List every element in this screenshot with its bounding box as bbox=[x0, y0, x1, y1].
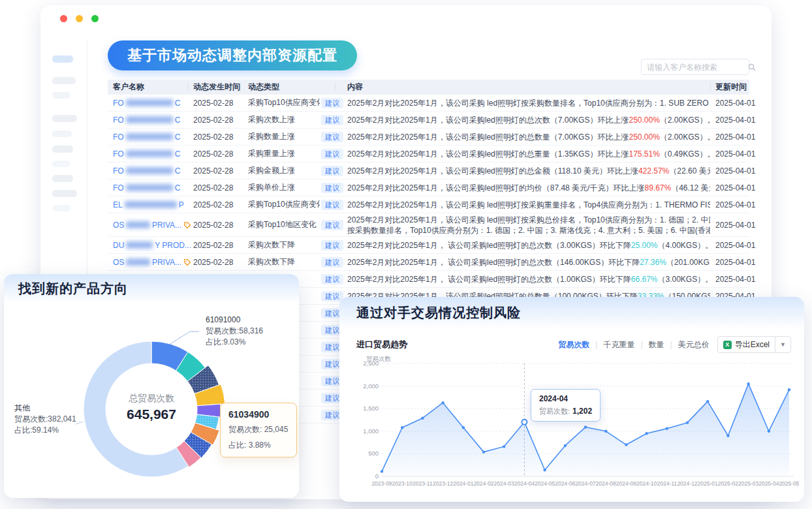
svg-text:2024-11: 2024-11 bbox=[657, 480, 678, 487]
table-row: DUY PROD...2025-02-28采购次数下降建议2025年2月对比20… bbox=[108, 237, 749, 254]
export-label: 导出Excel bbox=[735, 339, 770, 350]
metric-tab-usd-total[interactable]: 美元总价 bbox=[678, 339, 710, 350]
customer-search-box[interactable] bbox=[641, 59, 749, 75]
customer-name-link[interactable]: FOC bbox=[113, 179, 191, 196]
table-row: FOC2025-02-28采购数量上涨建议2025年2月对比2025年1月，该公… bbox=[108, 129, 749, 146]
dynamic-date: 2025-02-28 bbox=[193, 162, 245, 179]
customer-name-link[interactable]: OSPRIVA... bbox=[113, 254, 191, 270]
risk-panel-header: 通过对手交易情况控制风险 bbox=[339, 297, 804, 328]
column-header: 客户名称 bbox=[113, 80, 144, 95]
dynamic-content: 2025年2月对比2025年1月，该公司采购led照明灯的总次数（7.00KGS… bbox=[347, 112, 710, 128]
svg-text:2025-01: 2025-01 bbox=[698, 480, 718, 487]
export-excel-button[interactable]: X 导出Excel bbox=[718, 339, 775, 350]
svg-text:2,500: 2,500 bbox=[363, 360, 379, 367]
dynamic-type: 采购数量上涨 bbox=[248, 129, 320, 145]
donut-tooltip: 61034900 贸易次数: 25,045 占比: 3.88% bbox=[220, 403, 297, 457]
svg-text:500: 500 bbox=[368, 450, 379, 457]
sidebar-item-skeleton bbox=[52, 115, 77, 122]
suggestion-badge[interactable]: 建议 bbox=[321, 132, 343, 142]
svg-text:1,500: 1,500 bbox=[363, 405, 379, 412]
updated-time: 2025-04-01 bbox=[715, 129, 761, 145]
metric-tab-kg-weight[interactable]: 千克重量 bbox=[603, 339, 634, 350]
sidebar-item-skeleton bbox=[52, 190, 77, 197]
metric-separator: | bbox=[595, 340, 597, 349]
updated-time: 2025-04-01 bbox=[715, 213, 761, 236]
dynamic-type: 采购次数下降 bbox=[248, 237, 320, 253]
svg-text:2024-01: 2024-01 bbox=[453, 480, 473, 487]
svg-text:2023-09: 2023-09 bbox=[371, 480, 392, 487]
suggestion-badge[interactable]: 建议 bbox=[321, 115, 343, 125]
dynamic-date: 2025-02-28 bbox=[193, 112, 245, 128]
table-row: FOC2025-02-28采购金额上涨建议2025年2月对比2025年1月，该公… bbox=[108, 162, 749, 179]
svg-text:0: 0 bbox=[375, 472, 379, 480]
dynamic-content: 2025年2月对比2025年1月，该公司采购led照明灯的总金额（118.10 … bbox=[347, 162, 710, 179]
blurred-name bbox=[126, 258, 150, 266]
blurred-name bbox=[125, 201, 177, 208]
suggestion-badge[interactable]: 建议 bbox=[321, 183, 343, 193]
dynamic-content: 2025年2月对比2025年1月，该公司采购led照明灯的总重量（1.35KGS… bbox=[347, 146, 710, 162]
svg-text:2024-04: 2024-04 bbox=[514, 480, 535, 487]
dynamic-date: 2025-02-28 bbox=[193, 146, 245, 162]
dynamic-date: 2025-02-28 bbox=[193, 179, 245, 196]
metric-tab-quantity[interactable]: 数量 bbox=[649, 339, 664, 350]
blurred-name bbox=[126, 116, 173, 123]
metric-separator: | bbox=[640, 340, 642, 349]
search-input[interactable] bbox=[647, 63, 748, 72]
customer-name-link[interactable]: FOC bbox=[113, 95, 191, 111]
trend-line-chart[interactable]: 贸易次数05001,0001,5002,0002,5002023-092023-… bbox=[349, 354, 799, 497]
suggestion-badge[interactable]: 建议 bbox=[321, 220, 343, 230]
svg-text:2024-08: 2024-08 bbox=[596, 480, 616, 487]
updated-time: 2025-04-01 bbox=[715, 179, 761, 196]
sidebar-item-active-skeleton bbox=[52, 55, 73, 63]
suggestion-badge[interactable]: 建议 bbox=[321, 274, 343, 285]
donut-center-label: 总贸易次数 645,967 bbox=[99, 393, 204, 422]
customer-name-link[interactable]: FOC bbox=[113, 146, 191, 162]
search-icon[interactable] bbox=[748, 63, 756, 71]
minimize-window-button[interactable] bbox=[76, 15, 83, 22]
customer-name-link[interactable]: FOC bbox=[113, 112, 191, 128]
suggestion-badge[interactable]: 建议 bbox=[321, 257, 343, 268]
updated-time: 2025-04-01 bbox=[715, 271, 761, 287]
maximize-window-button[interactable] bbox=[91, 15, 99, 22]
table-row: FOC2025-02-28采购Top10供应商变化建议2025年2月对比2025… bbox=[108, 95, 749, 112]
dynamic-content: 2025年2月对比2025年1月， 该公司采购led照明灯的总次数（146.00… bbox=[347, 254, 710, 270]
chart-tooltip: 2024-04 贸易次数:1,202 bbox=[531, 389, 601, 422]
svg-text:2024-02: 2024-02 bbox=[473, 480, 493, 487]
dynamic-date: 2025-02-28 bbox=[193, 129, 245, 145]
table-row: OSPRIVA...2025-02-28采购Top10地区变化建议2025年2月… bbox=[108, 213, 749, 237]
customer-name-link[interactable]: DUY PROD... bbox=[113, 237, 191, 253]
dynamic-type: 采购Top10供应商变化 bbox=[248, 95, 320, 111]
dynamic-content: 2025年2月对比2025年1月，该公司采购 led照明灯按采购数量排名，Top… bbox=[347, 95, 710, 111]
export-dropdown-button[interactable]: ▼ bbox=[775, 336, 790, 353]
customer-name-link[interactable]: ELP bbox=[113, 196, 191, 213]
metric-switcher: 贸易次数 | 千克重量 | 数量 | 美元总价 X 导出Excel ▼ bbox=[558, 336, 791, 353]
svg-text:2024-10: 2024-10 bbox=[636, 480, 657, 487]
suggestion-badge[interactable]: 建议 bbox=[321, 291, 343, 301]
suggestion-badge[interactable]: 建议 bbox=[321, 240, 343, 251]
blurred-name bbox=[126, 184, 173, 191]
dynamic-date: 2025-02-28 bbox=[193, 254, 245, 270]
customer-name-link[interactable]: FOC bbox=[113, 129, 191, 145]
suggestion-badge[interactable]: 建议 bbox=[321, 166, 343, 176]
dynamic-type: 采购Top10供应商变化 bbox=[248, 196, 320, 213]
blurred-name bbox=[126, 150, 173, 157]
tooltip-value: 1,202 bbox=[572, 407, 592, 416]
dynamic-content: 2025年2月对比2025年1月， 该公司采购led照明灯的总次数（1.00KG… bbox=[347, 271, 710, 287]
updated-time: 2025-04-01 bbox=[715, 112, 761, 128]
tooltip-label: 贸易次数: bbox=[539, 407, 570, 415]
dynamic-date: 2025-02-28 bbox=[193, 196, 245, 213]
product-panel-header: 找到新的产品方向 bbox=[4, 274, 299, 303]
sidebar-item-skeleton bbox=[52, 161, 70, 167]
dynamic-type: 采购金额上涨 bbox=[248, 162, 320, 179]
customer-name-link[interactable]: FOC bbox=[113, 162, 191, 179]
suggestion-badge[interactable]: 建议 bbox=[321, 98, 343, 108]
close-window-button[interactable] bbox=[60, 15, 67, 22]
dynamic-type: 采购Top10地区变化 bbox=[248, 213, 320, 236]
suggestion-badge[interactable]: 建议 bbox=[321, 149, 343, 159]
customer-name-link[interactable]: OSPRIVA... bbox=[113, 213, 191, 236]
table-row: FOC2025-02-28采购重量上涨建议2025年2月对比2025年1月，该公… bbox=[108, 146, 749, 162]
suggestion-badge[interactable]: 建议 bbox=[321, 200, 343, 210]
table-row: FOC2025-02-28采购单价上涨建议2025年2月对比2025年1月，该公… bbox=[108, 179, 749, 196]
metric-separator: | bbox=[670, 340, 672, 349]
metric-tab-trade-count[interactable]: 贸易次数 bbox=[558, 339, 589, 350]
